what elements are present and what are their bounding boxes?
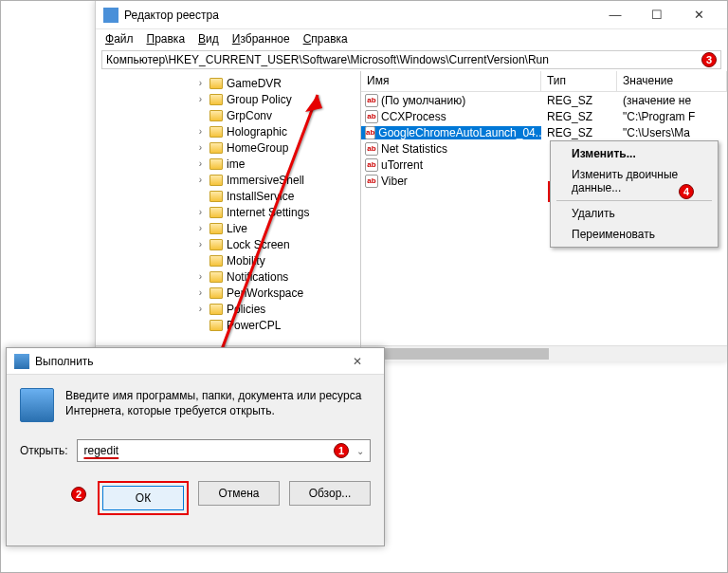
tree-item-label: Live [227, 222, 247, 235]
folder-icon [209, 142, 223, 154]
run-input-row: Открыть: regedit 1 ⌄ [7, 422, 384, 462]
expand-icon[interactable]: › [195, 287, 206, 298]
folder-icon [209, 223, 223, 234]
tree-item[interactable]: InstallService [96, 188, 360, 204]
expand-icon[interactable]: › [195, 126, 206, 137]
cancel-button[interactable]: Отмена [198, 481, 280, 506]
list-row[interactable]: abCCXProcessREG_SZ"C:\Program F [361, 108, 727, 124]
tree-item-label: Internet Settings [227, 206, 309, 219]
expand-icon[interactable]: › [195, 78, 206, 88]
expand-icon[interactable] [195, 320, 206, 330]
folder-icon [209, 158, 223, 170]
list-header[interactable]: Имя Тип Значение [361, 71, 727, 92]
menu-help[interactable]: Справка [303, 32, 348, 46]
expand-icon[interactable] [195, 191, 206, 201]
run-buttons: 2 ОК Отмена Обзор... [7, 462, 384, 528]
folder-icon [209, 255, 223, 267]
browse-button[interactable]: Обзор... [289, 481, 371, 506]
list-row[interactable]: abGoogleChromeAutoLaunch_04...REG_SZ"C:\… [361, 124, 727, 140]
menu-view[interactable]: Вид [198, 32, 219, 46]
regedit-icon [103, 8, 118, 23]
ctx-rename[interactable]: Переименовать [553, 224, 716, 245]
tree-item[interactable]: Mobility [96, 252, 360, 268]
annotation-marker-4: 4 [679, 184, 694, 199]
tree-item-label: Lock Screen [227, 238, 290, 251]
expand-icon[interactable]: › [195, 175, 206, 185]
tree-item[interactable]: ›Holographic [96, 123, 360, 139]
tree-item[interactable]: ›PenWorkspace [96, 285, 360, 301]
expand-icon[interactable]: › [195, 239, 206, 250]
list-row[interactable]: ab(По умолчанию)REG_SZ(значение не [361, 92, 727, 108]
run-titlebar[interactable]: Выполнить ✕ [7, 348, 384, 375]
tree-item-label: ImmersiveShell [227, 174, 304, 187]
tree-item[interactable]: ›GameDVR [96, 75, 360, 91]
annotation-highlight-ok: ОК [98, 481, 189, 515]
folder-icon [209, 304, 223, 315]
list-scrollbar-h[interactable] [361, 345, 727, 361]
list-row-data: "C:\Users\Ma [617, 126, 727, 139]
run-input[interactable]: regedit 1 ⌄ [77, 439, 371, 462]
run-close-button[interactable]: ✕ [338, 355, 376, 368]
expand-icon[interactable]: › [195, 142, 206, 153]
tree-item-label: PowerCPL [227, 319, 281, 332]
run-large-icon [20, 388, 54, 422]
list-row-data: "C:\Program F [617, 110, 727, 123]
expand-icon[interactable] [195, 255, 206, 266]
tree-item[interactable]: ›ImmersiveShell [96, 172, 360, 188]
menu-edit[interactable]: Правка [147, 32, 186, 46]
maximize-button[interactable]: ☐ [636, 1, 678, 29]
run-open-label: Открыть: [20, 444, 67, 457]
list-row-name: Viber [381, 175, 408, 188]
ok-button[interactable]: ОК [102, 486, 184, 510]
tree-item[interactable]: ›Policies [96, 301, 360, 317]
tree-item[interactable]: PowerCPL [96, 317, 360, 333]
tree-item[interactable]: ›Lock Screen [96, 236, 360, 252]
chevron-down-icon[interactable]: ⌄ [356, 446, 364, 456]
run-icon [14, 354, 29, 369]
tree-item-label: Group Policy [227, 93, 292, 106]
tree-item[interactable]: ›Internet Settings [96, 204, 360, 220]
tree-item[interactable]: ›Live [96, 220, 360, 236]
menu-file[interactable]: Файл [105, 32, 134, 46]
col-type[interactable]: Тип [541, 71, 617, 91]
tree-item[interactable]: ›HomeGroup [96, 139, 360, 156]
folder-icon [209, 110, 223, 121]
expand-icon[interactable]: › [195, 271, 206, 282]
regedit-titlebar[interactable]: Редактор реестра — ☐ ✕ [96, 1, 727, 29]
tree-item-label: Mobility [227, 254, 265, 268]
folder-icon [209, 239, 223, 250]
run-title-text: Выполнить [35, 355, 94, 368]
ctx-delete[interactable]: Удалить [553, 203, 716, 224]
ctx-modify[interactable]: Изменить... [553, 143, 716, 164]
expand-icon[interactable]: › [195, 207, 206, 217]
annotation-marker-1: 1 [334, 443, 349, 458]
list-row-name: (По умолчанию) [381, 94, 465, 107]
list-row-type: REG_SZ [541, 126, 617, 139]
minimize-button[interactable]: — [594, 1, 636, 29]
col-data[interactable]: Значение [617, 71, 727, 91]
tree-item[interactable]: GrpConv [96, 107, 360, 123]
reg-string-icon: ab [365, 94, 378, 107]
tree-item[interactable]: ›Group Policy [96, 91, 360, 107]
expand-icon[interactable] [195, 110, 206, 120]
expand-icon[interactable]: › [195, 94, 206, 104]
menu-fav[interactable]: Избранное [232, 32, 290, 46]
tree-item-label: GameDVR [227, 77, 282, 90]
list-row-name: CCXProcess [381, 110, 446, 123]
folder-icon [209, 320, 223, 331]
tree-item[interactable]: ›Notifications [96, 268, 360, 285]
window-controls: — ☐ ✕ [594, 1, 719, 29]
tree-item-label: ime [227, 157, 245, 171]
expand-icon[interactable]: › [195, 158, 206, 169]
list-row-name: uTorrent [381, 158, 423, 172]
expand-icon[interactable]: › [195, 223, 206, 233]
tree-item-label: PenWorkspace [227, 286, 303, 300]
close-button[interactable]: ✕ [678, 1, 719, 29]
expand-icon[interactable]: › [195, 304, 206, 314]
regedit-title: Редактор реестра [124, 9, 594, 22]
tree-pane[interactable]: ›GameDVR›Group PolicyGrpConv›Holographic… [96, 71, 361, 361]
col-name[interactable]: Имя [361, 71, 541, 91]
address-bar[interactable]: Компьютер\HKEY_CURRENT_USER\Software\Mic… [101, 50, 721, 69]
list-row-data: (значение не [617, 94, 727, 107]
tree-item[interactable]: ›ime [96, 156, 360, 172]
